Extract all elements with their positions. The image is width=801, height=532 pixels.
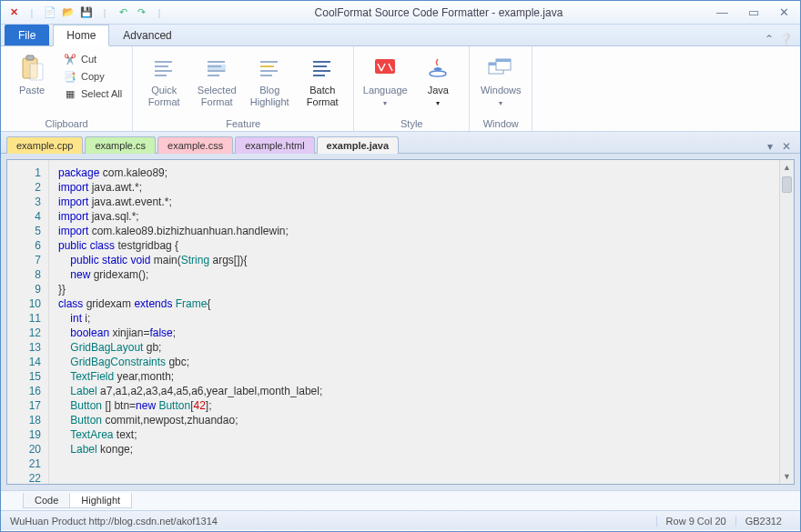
code-surface[interactable]: package com.kaleo89;import java.awt.*;im…	[49, 160, 779, 484]
maximize-icon[interactable]: ▭	[743, 5, 765, 19]
ribbon-group-label: Style	[361, 116, 461, 129]
ribbon-group-clipboard: Paste ✂️Cut 📑Copy ▦Select All Clipboard	[1, 46, 133, 131]
svg-rect-2	[30, 64, 43, 80]
document-tab[interactable]: example.cpp	[6, 136, 83, 154]
ribbon-group-label: Feature	[140, 116, 346, 129]
bottom-tab-highlight[interactable]: Highlight	[70, 493, 132, 508]
app-icon: ✕	[6, 5, 21, 20]
select-all-icon: ▦	[64, 87, 76, 100]
undo-icon[interactable]: ↶	[116, 5, 130, 20]
java-style-dropdown[interactable]: Java▾	[414, 50, 461, 107]
document-tab[interactable]: example.css	[157, 136, 233, 154]
document-tab[interactable]: example.java	[317, 136, 400, 154]
scroll-down-icon[interactable]: ▼	[780, 469, 794, 484]
bottom-tab-code[interactable]: Code	[23, 493, 70, 508]
windows-dropdown[interactable]: Windows▾	[477, 50, 524, 107]
tab-home[interactable]: Home	[53, 25, 109, 46]
quick-format-button[interactable]: Quick Format	[140, 50, 188, 107]
sep-icon: |	[25, 5, 39, 20]
ribbon-group-style: Language▾ Java▾ Style	[354, 46, 470, 131]
language-icon	[370, 54, 400, 83]
select-all-button[interactable]: ▦Select All	[61, 86, 125, 101]
copy-icon: 📑	[64, 70, 76, 83]
cut-icon: ✂️	[64, 53, 76, 65]
ribbon-collapse-icon[interactable]: ⌃	[765, 33, 774, 45]
open-icon[interactable]: 📂	[61, 5, 76, 20]
svg-rect-20	[375, 59, 395, 74]
status-position: Row 9 Col 20	[656, 516, 735, 527]
minimize-icon[interactable]: —	[711, 5, 734, 19]
vertical-scrollbar[interactable]: ▲ ▼	[779, 160, 794, 484]
batch-format-icon	[308, 54, 337, 83]
copy-button[interactable]: 📑Copy	[61, 69, 125, 84]
blog-highlight-icon	[255, 54, 284, 83]
titlebar: ✕ | 📄 📂 💾 | ↶ ↷ | CoolFormat Source Code…	[1, 1, 800, 25]
batch-format-button[interactable]: Batch Format	[299, 50, 346, 107]
new-icon[interactable]: 📄	[43, 5, 57, 20]
svg-rect-1	[26, 55, 34, 60]
ribbon: Paste ✂️Cut 📑Copy ▦Select All Clipboard …	[1, 46, 800, 132]
tab-file[interactable]: File	[5, 25, 49, 45]
windows-icon	[486, 54, 515, 83]
document-tabs: example.cppexample.csexample.cssexample.…	[1, 132, 800, 154]
svg-rect-25	[496, 59, 511, 62]
cut-button[interactable]: ✂️Cut	[61, 52, 125, 66]
chevron-down-icon: ▾	[383, 99, 387, 107]
status-bar: WuHuan Product http://blog.csdn.net/akof…	[1, 510, 800, 530]
bottom-tabs: Code Highlight	[1, 490, 800, 510]
chevron-down-icon: ▾	[436, 99, 440, 107]
selected-format-button[interactable]: Selected Format	[193, 50, 240, 107]
help-icon[interactable]: ❔	[779, 33, 793, 45]
document-tab[interactable]: example.html	[235, 136, 314, 154]
window-controls: — ▭ ✕	[711, 5, 795, 19]
selected-format-icon	[202, 54, 231, 83]
ribbon-group-label: Window	[477, 116, 524, 129]
svg-point-21	[430, 71, 446, 76]
scroll-up-icon[interactable]: ▲	[780, 160, 794, 175]
blog-highlight-button[interactable]: Blog Highlight	[246, 50, 293, 107]
redo-icon[interactable]: ↷	[134, 5, 148, 20]
language-dropdown[interactable]: Language▾	[361, 50, 409, 107]
paste-button[interactable]: Paste	[8, 50, 56, 96]
tab-advanced[interactable]: Advanced	[109, 25, 185, 45]
ribbon-tabs: File Home Advanced ⌃ ❔	[1, 25, 800, 46]
ribbon-group-feature: Quick Format Selected Format Blog Highli…	[133, 46, 354, 131]
save-icon[interactable]: 💾	[79, 5, 94, 20]
ribbon-group-label: Clipboard	[8, 116, 125, 129]
window-title: CoolFormat Source Code Formatter - examp…	[167, 6, 711, 19]
status-encoding: GB2312	[735, 516, 791, 527]
paste-icon	[17, 54, 46, 83]
java-icon	[423, 54, 452, 83]
scroll-thumb[interactable]	[782, 176, 792, 193]
status-product: WuHuan Product http://blog.csdn.net/akof…	[10, 516, 218, 527]
quick-format-icon	[149, 54, 178, 83]
sep-icon: |	[152, 5, 167, 20]
close-icon[interactable]: ✕	[774, 5, 795, 19]
editor-area: 12345678910111213141516171819202122 pack…	[1, 154, 800, 490]
line-gutter: 12345678910111213141516171819202122	[7, 160, 49, 484]
chevron-down-icon: ▾	[499, 99, 502, 107]
sep-icon: |	[97, 5, 112, 20]
quick-access-toolbar: ✕ | 📄 📂 💾 | ↶ ↷ |	[6, 5, 167, 20]
tab-close-icon[interactable]: ✕	[778, 140, 795, 153]
document-tab[interactable]: example.cs	[85, 136, 156, 154]
tab-menu-icon[interactable]: ▾	[764, 140, 776, 153]
ribbon-group-window: Windows▾ Window	[470, 46, 532, 131]
